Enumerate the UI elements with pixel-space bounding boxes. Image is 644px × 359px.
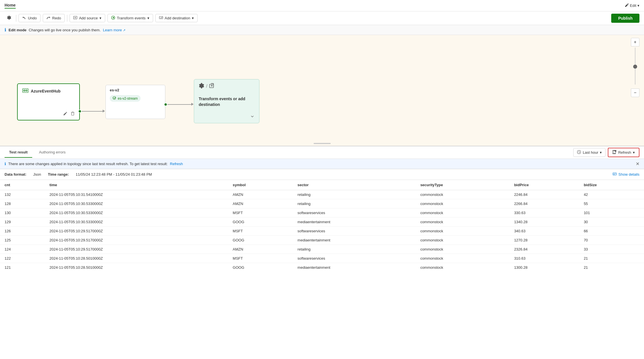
- transform-node[interactable]: / Transform events or add destination: [194, 79, 259, 123]
- undo-label: Undo: [28, 16, 37, 20]
- cell-bidSize: 21: [579, 254, 644, 263]
- transform-chevron-icon[interactable]: [250, 114, 255, 120]
- title-bar: Home Edit ▾: [0, 0, 644, 11]
- zoom-in-button[interactable]: +: [631, 38, 639, 46]
- cell-cnt: 121: [0, 263, 45, 271]
- cell-bidPrice: 1300.28: [509, 263, 579, 271]
- refresh-icon: [612, 150, 616, 155]
- cell-time: 2024-11-05T05:10:29.5170000Z: [45, 236, 228, 245]
- cell-securityType: commonstock: [416, 236, 509, 245]
- zoom-slider[interactable]: [635, 48, 635, 87]
- refresh-link[interactable]: Refresh: [170, 162, 183, 166]
- zoom-out-button[interactable]: −: [631, 89, 639, 97]
- cell-bidPrice: 1340.28: [509, 218, 579, 227]
- tab-test-result[interactable]: Test result: [5, 147, 32, 158]
- transform-events-button[interactable]: Transform events ▾: [107, 14, 153, 22]
- page-title: Home: [5, 3, 16, 9]
- table-row: 1282024-11-05T05:10:30.5330000ZAMZNretai…: [0, 199, 644, 208]
- edit-mode-label: Edit mode: [9, 28, 27, 32]
- data-format-value: Json: [33, 172, 41, 177]
- cell-securityType: commonstock: [416, 254, 509, 263]
- cell-cnt: 126: [0, 227, 45, 236]
- cell-securityType: commonstock: [416, 227, 509, 236]
- edit-button[interactable]: Edit ▾: [625, 3, 639, 8]
- add-source-chevron: ▾: [99, 16, 101, 20]
- zoom-track: [635, 48, 635, 85]
- add-source-button[interactable]: Add source ▾: [70, 14, 105, 22]
- edit-mode-message: Changes will go live once you publish th…: [29, 28, 101, 32]
- cell-bidSize: 101: [579, 208, 644, 218]
- tab-authoring-errors[interactable]: Authoring errors: [34, 147, 70, 158]
- cell-symbol: AMZN: [228, 190, 293, 199]
- cell-sector: retailing: [293, 199, 416, 208]
- cell-securityType: commonstock: [416, 218, 509, 227]
- settings-button[interactable]: [5, 14, 14, 22]
- publish-button[interactable]: Publish: [611, 14, 639, 23]
- stream-tag-label: es-v2-stream: [118, 97, 138, 100]
- cell-symbol: GOOG: [228, 263, 293, 271]
- arrow-2: [191, 103, 194, 106]
- transform-node-text: Transform events or add destination: [199, 96, 255, 107]
- stream-icon: [113, 96, 116, 100]
- chevron-down-icon: ▾: [637, 3, 639, 8]
- title-bar-left: Home: [5, 3, 16, 9]
- cell-time: 2024-11-05T05:10:28.5010000Z: [45, 254, 228, 263]
- learn-more-link[interactable]: Learn more ↗: [103, 28, 125, 32]
- es-v2-node[interactable]: es-v2 es-v2-stream: [105, 85, 165, 119]
- cell-bidPrice: 330.63: [509, 208, 579, 218]
- cell-bidPrice: 2246.84: [509, 190, 579, 199]
- refresh-button[interactable]: Refresh ▾: [608, 148, 639, 157]
- bottom-panel: Test result Authoring errors Last hour ▾…: [0, 146, 644, 271]
- last-hour-label: Last hour: [583, 150, 598, 155]
- cell-cnt: 132: [0, 190, 45, 199]
- cell-sector: softwareservices: [293, 227, 416, 236]
- show-details-button[interactable]: Show details: [613, 172, 639, 177]
- cell-cnt: 129: [0, 218, 45, 227]
- cell-securityType: commonstock: [416, 190, 509, 199]
- cell-bidSize: 21: [579, 263, 644, 271]
- external-link-icon: ↗: [123, 28, 125, 32]
- cell-bidPrice: 2266.84: [509, 199, 579, 208]
- last-hour-dropdown[interactable]: Last hour ▾: [573, 148, 606, 157]
- details-icon: [613, 172, 617, 177]
- undo-icon: [22, 16, 26, 20]
- cell-bidPrice: 340.63: [509, 227, 579, 236]
- edit-node-icon[interactable]: [63, 112, 67, 116]
- col-security-type: securityType: [416, 180, 509, 190]
- data-table: cnt time symbol sector securityType bidP…: [0, 180, 644, 271]
- cell-sector: retailing: [293, 190, 416, 199]
- cell-time: 2024-11-05T05:10:29.5170000Z: [45, 245, 228, 254]
- redo-icon: [46, 16, 50, 20]
- add-destination-button[interactable]: Add destination ▾: [155, 14, 198, 22]
- table-row: 1292024-11-05T05:10:30.5330000ZGOOGmedia…: [0, 218, 644, 227]
- time-range-value: 11/05/24 12:23:48 PM - 11/05/24 01:23:48…: [76, 172, 152, 177]
- cell-bidSize: 55: [579, 199, 644, 208]
- azure-eventhub-node[interactable]: AzureEventHub: [17, 83, 80, 120]
- cell-sector: mediaentertainment: [293, 236, 416, 245]
- cell-sector: mediaentertainment: [293, 263, 416, 271]
- settings-icon: [7, 15, 11, 21]
- cell-sector: softwareservices: [293, 208, 416, 218]
- undo-button[interactable]: Undo: [19, 14, 40, 22]
- col-time: time: [45, 180, 228, 190]
- stream-tag: es-v2-stream: [110, 95, 141, 102]
- close-banner-button[interactable]: ✕: [636, 161, 639, 167]
- es-v2-title: es-v2: [110, 88, 161, 92]
- zoom-controls: + −: [631, 38, 639, 97]
- azure-eventhub-label: AzureEventHub: [31, 89, 60, 93]
- transform-node-icons: /: [199, 83, 215, 90]
- node-title: AzureEventHub: [22, 87, 60, 95]
- cell-time: 2024-11-05T05:10:31.5410000Z: [45, 190, 228, 199]
- cell-symbol: MSFT: [228, 227, 293, 236]
- cell-bidSize: 70: [579, 236, 644, 245]
- col-sector: sector: [293, 180, 416, 190]
- slash-separator: /: [206, 84, 207, 89]
- gear-icon: [199, 83, 204, 90]
- info-banner: ℹ There are some changes applied in topo…: [0, 159, 644, 169]
- col-symbol: symbol: [228, 180, 293, 190]
- delete-node-icon[interactable]: [71, 112, 75, 116]
- redo-label: Redo: [52, 16, 61, 20]
- redo-button[interactable]: Redo: [43, 14, 65, 22]
- node-actions: [63, 112, 75, 116]
- source-output-dot: [78, 110, 82, 113]
